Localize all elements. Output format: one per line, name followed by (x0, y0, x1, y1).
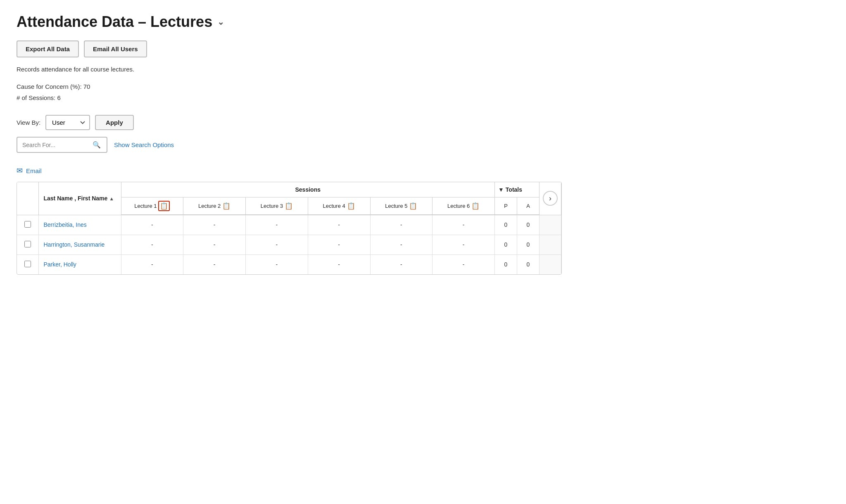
lecture-6-edit-icon[interactable]: 📋 (471, 202, 480, 210)
lecture-4-header: Lecture 4 📋 (308, 197, 370, 215)
row-checkbox-cell (17, 235, 38, 254)
total-p-cell: 0 (495, 254, 517, 274)
total-a-cell: 0 (517, 215, 539, 235)
page-description: Records attendance for all course lectur… (17, 66, 562, 73)
lecture-2-header: Lecture 2 📋 (183, 197, 246, 215)
total-p-cell: 0 (495, 235, 517, 254)
totals-arrow-icon: ▼ (498, 186, 504, 193)
lecture-1-edit-icon[interactable]: 📋 (158, 201, 170, 211)
student-name-cell[interactable]: Berrizbeitia, Ines (38, 215, 121, 235)
session-cell: - (433, 215, 495, 235)
lecture-4-edit-icon[interactable]: 📋 (347, 202, 355, 210)
row-checkbox[interactable] (24, 221, 31, 228)
total-p-header: P (495, 197, 517, 215)
total-a-header: A (517, 197, 539, 215)
session-cell: - (183, 235, 246, 254)
sort-asc-icon: ▲ (109, 196, 114, 202)
search-input[interactable] (22, 142, 93, 148)
view-by-label: View By: (17, 119, 40, 126)
session-cell: - (246, 235, 308, 254)
search-box: 🔍 (17, 137, 107, 153)
row-checkbox-cell (17, 254, 38, 274)
cause-for-concern: Cause for Concern (%): 70 (17, 81, 562, 92)
table-row: Harrington, Susanmarie - - - - - - 0 0 (17, 235, 561, 254)
session-cell: - (433, 235, 495, 254)
table-group-header-row: Last Name , First Name ▲ Sessions ▼ Tota… (17, 182, 561, 197)
session-cell: - (121, 254, 183, 274)
table-row: Parker, Holly - - - - - - 0 0 (17, 254, 561, 274)
email-icon: ✉ (17, 166, 23, 175)
export-all-data-button[interactable]: Export All Data (17, 40, 79, 57)
name-header-cell: Last Name , First Name ▲ (38, 182, 121, 215)
sessions-group-header: Sessions (121, 182, 495, 197)
name-col-sort: Last Name , First Name ▲ (44, 195, 114, 202)
session-cell: - (246, 254, 308, 274)
next-nav-button[interactable]: › (543, 191, 558, 206)
totals-group-header: ▼ Totals (495, 182, 539, 197)
session-cell: - (121, 235, 183, 254)
view-by-select[interactable]: User Session (45, 115, 90, 130)
lecture-1-header: Lecture 1 📋 (121, 197, 183, 215)
checkbox-header-cell (17, 182, 38, 215)
session-cell: - (308, 254, 370, 274)
attendance-table: Last Name , First Name ▲ Sessions ▼ Tota… (17, 182, 561, 274)
row-checkbox[interactable] (24, 261, 31, 267)
meta-info: Cause for Concern (%): 70 # of Sessions:… (17, 81, 562, 103)
row-checkbox[interactable] (24, 241, 31, 247)
filter-row: View By: User Session Apply (17, 115, 562, 130)
nav-button-cell: › (539, 182, 561, 215)
student-name-cell[interactable]: Harrington, Susanmarie (38, 235, 121, 254)
show-search-options-link[interactable]: Show Search Options (114, 141, 174, 148)
page-title-container: Attendance Data – Lectures ⌄ (17, 13, 562, 31)
table-body: Berrizbeitia, Ines - - - - - - 0 0 Ha (17, 215, 561, 274)
session-cell: - (433, 254, 495, 274)
email-action-row[interactable]: ✉ Email (17, 166, 562, 175)
session-cell: - (183, 254, 246, 274)
search-icon: 🔍 (93, 141, 101, 149)
session-cell: - (308, 215, 370, 235)
lecture-2-edit-icon[interactable]: 📋 (222, 202, 231, 210)
session-cell: - (121, 215, 183, 235)
lecture-3-header: Lecture 3 📋 (246, 197, 308, 215)
attendance-table-wrapper: Last Name , First Name ▲ Sessions ▼ Tota… (17, 182, 562, 275)
lecture-5-header: Lecture 5 📋 (370, 197, 433, 215)
total-a-cell: 0 (517, 254, 539, 274)
lecture-6-header: Lecture 6 📋 (433, 197, 495, 215)
table-row: Berrizbeitia, Ines - - - - - - 0 0 (17, 215, 561, 235)
session-cell: - (183, 215, 246, 235)
student-name-cell[interactable]: Parker, Holly (38, 254, 121, 274)
session-cell: - (370, 254, 433, 274)
apply-button[interactable]: Apply (95, 115, 134, 130)
title-dropdown-icon[interactable]: ⌄ (217, 17, 224, 27)
session-cell: - (370, 235, 433, 254)
num-sessions: # of Sessions: 6 (17, 92, 562, 103)
session-cell: - (246, 215, 308, 235)
total-a-cell: 0 (517, 235, 539, 254)
total-p-cell: 0 (495, 215, 517, 235)
row-nav-cell (539, 215, 561, 235)
email-action-label: Email (26, 167, 42, 174)
session-cell: - (370, 215, 433, 235)
toolbar: Export All Data Email All Users (17, 40, 562, 57)
lecture-5-edit-icon[interactable]: 📋 (409, 202, 417, 210)
row-nav-cell (539, 254, 561, 274)
email-all-users-button[interactable]: Email All Users (84, 40, 147, 57)
search-row: 🔍 Show Search Options (17, 137, 562, 153)
page-title: Attendance Data – Lectures (17, 13, 212, 31)
lecture-3-edit-icon[interactable]: 📋 (285, 202, 293, 210)
session-cell: - (308, 235, 370, 254)
row-checkbox-cell (17, 215, 38, 235)
row-nav-cell (539, 235, 561, 254)
